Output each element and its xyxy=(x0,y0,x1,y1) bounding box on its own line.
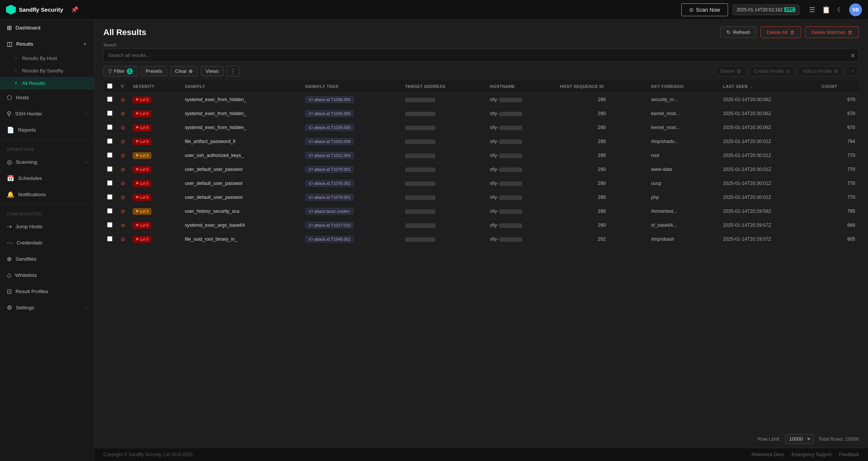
row-checkbox-cell[interactable] xyxy=(103,204,117,218)
sidebar-item-dashboard[interactable]: ⊞ Dashboard xyxy=(0,20,94,36)
reports-label: Reports xyxy=(18,127,36,133)
row-checkbox-cell[interactable] xyxy=(103,121,117,135)
row-hostname: sfly- xyxy=(486,204,556,218)
emergency-support-link[interactable]: Emergency Support xyxy=(791,452,831,457)
sidebar-item-settings[interactable]: ⚙ Settings › xyxy=(0,300,94,316)
sidebar-item-ssh-hunter[interactable]: ⚲ SSH Hunter › xyxy=(0,106,94,122)
delete-all-button[interactable]: Delete All 🗑 xyxy=(760,26,801,38)
row-checkbox[interactable] xyxy=(107,208,112,214)
filter-button[interactable]: ▽ Filter 1 xyxy=(103,66,138,77)
hostname-blurred xyxy=(499,126,522,130)
results-table-container[interactable]: ▽ SEVERITY SANDFLY SANDFLY TAGS TARGET A… xyxy=(94,80,868,430)
row-hostname: sfly- xyxy=(486,191,556,204)
sidebar-item-result-profiles[interactable]: ⊡ Result Profiles xyxy=(0,283,94,300)
sidebar-item-all-results[interactable]: All Results xyxy=(0,77,94,89)
row-checkbox-cell[interactable] xyxy=(103,218,117,232)
row-checkbox[interactable] xyxy=(107,194,112,200)
row-severity: ⚑ Lvl 5 xyxy=(129,218,181,232)
row-checkbox-cell[interactable] xyxy=(103,135,117,149)
row-checkbox[interactable] xyxy=(107,222,112,227)
row-count: 668 xyxy=(818,218,859,232)
target-address-blurred xyxy=(405,98,435,102)
datetime-badge: 2025-01-14T20:52:16Z UTC xyxy=(733,5,799,15)
sidebar-item-sandflies[interactable]: ⊕ Sandflies xyxy=(0,251,94,267)
docs-icon-button[interactable]: 📋 xyxy=(820,4,832,15)
row-checkbox[interactable] xyxy=(107,124,112,130)
results-table: ▽ SEVERITY SANDFLY SANDFLY TAGS TARGET A… xyxy=(103,80,859,246)
alert-icon: ⊘ xyxy=(121,138,125,144)
row-checkbox-cell[interactable] xyxy=(103,232,117,246)
more-options-button[interactable]: ⋮ xyxy=(227,66,240,77)
row-last-seen: 2025-01-14T20:29:57Z xyxy=(719,232,818,246)
th-last-seen[interactable]: LAST SEEN ↓ xyxy=(719,80,818,93)
copyright: Copyright © Sandfly Security, Ltd 2016-2… xyxy=(103,452,193,457)
views-button[interactable]: Views xyxy=(201,66,223,76)
avatar[interactable]: SB xyxy=(849,3,862,16)
row-checkbox[interactable] xyxy=(107,166,112,172)
row-host-seq: 292 xyxy=(556,232,647,246)
feedback-link[interactable]: Feedback xyxy=(839,452,859,457)
sidebar-item-scanning[interactable]: ◎ Scanning › xyxy=(0,154,94,170)
row-limit-select[interactable]: 100500100050001000050000 xyxy=(785,434,814,444)
row-last-seen: 2025-01-14T20:29:57Z xyxy=(719,218,818,232)
search-input[interactable] xyxy=(103,49,859,62)
sidebar-item-reports[interactable]: 📄 Reports xyxy=(0,122,94,138)
delete-matches-button[interactable]: Delete Matches 🗑 xyxy=(805,26,859,38)
target-address-blurred xyxy=(405,126,435,130)
sidebar-item-jump-hosts[interactable]: ⇢ Jump Hosts xyxy=(0,218,94,235)
sidebar-item-notifications[interactable]: 🔔 Notifications xyxy=(0,186,94,203)
views-label: Views xyxy=(206,68,218,74)
severity-icon: ⚑ xyxy=(135,209,139,214)
sort-icon: ↓ xyxy=(751,84,753,89)
clear-button[interactable]: Clear ⊗ xyxy=(170,66,198,76)
row-checkbox-cell[interactable] xyxy=(103,93,117,107)
scan-now-button[interactable]: ⊙ Scan Now xyxy=(681,3,728,16)
sidebar-item-results[interactable]: ◫ Results ▼ xyxy=(0,36,94,52)
pin-icon[interactable]: 📌 xyxy=(71,6,78,13)
select-all-checkbox[interactable] xyxy=(107,83,112,89)
row-severity: ⚑ Lvl 5 xyxy=(129,177,181,191)
clear-label: Clear xyxy=(175,68,187,74)
sidebar-item-credentials[interactable]: ⋯ Credentials xyxy=(0,235,94,251)
sidebar-item-whitelists[interactable]: ◇ Whitelists xyxy=(0,267,94,283)
reference-docs-link[interactable]: Reference Docs xyxy=(751,452,784,457)
topbar: Sandfly Security 📌 ⊙ Scan Now 2025-01-14… xyxy=(0,0,868,20)
filter-icon: ▽ xyxy=(108,68,112,74)
alert-icon: ⊘ xyxy=(121,222,125,228)
severity-icon: ⚑ xyxy=(135,112,139,116)
sidebar-item-results-by-sandfly[interactable]: Results By Sandfly xyxy=(0,65,94,77)
row-checkbox[interactable] xyxy=(107,97,112,102)
row-checkbox-cell[interactable] xyxy=(103,163,117,177)
search-clear-button[interactable]: ✕ xyxy=(850,52,855,59)
row-tag: 🏷attack.id.T1078.001 xyxy=(301,191,401,204)
sidebar-item-results-by-host[interactable]: Results By Host xyxy=(0,52,94,65)
moon-icon-button[interactable]: ☾ xyxy=(836,4,845,15)
target-address-blurred xyxy=(405,112,435,116)
presets-button[interactable]: Presets xyxy=(141,66,167,76)
main-header: All Results ↻ Refresh Delete All 🗑 Delet… xyxy=(94,20,868,43)
row-checkbox-cell[interactable] xyxy=(103,149,117,163)
alert-icon: ⊘ xyxy=(121,111,125,117)
credentials-icon: ⋯ xyxy=(7,239,13,246)
alert-icon: ⊘ xyxy=(121,97,125,103)
row-checkbox-cell[interactable] xyxy=(103,107,117,121)
row-alert: ⊘ xyxy=(117,232,129,246)
row-last-seen: 2025-01-14T20:30:01Z xyxy=(719,135,818,149)
sidebar-item-schedules[interactable]: 📅 Schedules xyxy=(0,170,94,186)
row-checkbox-cell[interactable] xyxy=(103,177,117,191)
row-checkbox[interactable] xyxy=(107,138,112,144)
menu-icon-button[interactable]: ☰ xyxy=(808,4,817,15)
row-checkbox[interactable] xyxy=(107,152,112,158)
th-key-forensic: KEY FORENSIC xyxy=(647,80,719,93)
row-checkbox[interactable] xyxy=(107,111,112,116)
table-row: ⊘ ⚑ Lvl 5 systemd_exec_from_hidden_ 🏷att… xyxy=(103,107,859,121)
row-checkbox[interactable] xyxy=(107,180,112,186)
row-tag: 🏷attack.id.T1027.010 xyxy=(301,218,401,232)
row-checkbox[interactable] xyxy=(107,236,112,241)
jump-hosts-icon: ⇢ xyxy=(7,223,12,230)
row-tag: 🏷attack.id.T1003.008 xyxy=(301,135,401,149)
row-checkbox-cell[interactable] xyxy=(103,191,117,204)
sidebar-item-hosts[interactable]: ⬡ Hosts xyxy=(0,89,94,106)
alert-icon: ⊘ xyxy=(121,236,125,242)
refresh-button[interactable]: ↻ Refresh xyxy=(720,26,757,38)
